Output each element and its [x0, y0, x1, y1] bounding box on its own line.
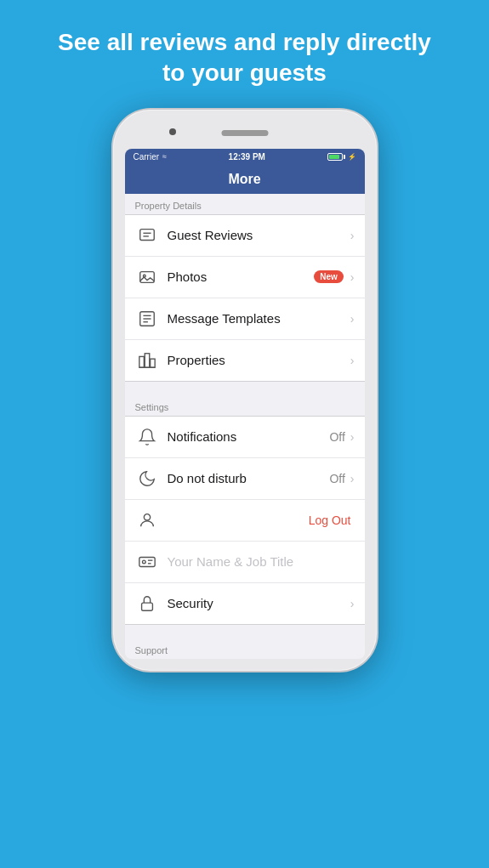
list-item-guest-reviews[interactable]: Guest Reviews › [125, 215, 365, 257]
chevron-icon: › [350, 472, 355, 485]
list-item-message-templates[interactable]: Message Templates › [125, 298, 365, 340]
wifi-icon: ≈ [162, 152, 167, 161]
phone-speaker [221, 130, 268, 136]
person-icon [135, 508, 159, 532]
notifications-value: Off [329, 430, 344, 444]
photos-icon [135, 265, 159, 289]
templates-icon [135, 307, 159, 331]
status-bar-left: Carrier ≈ [134, 152, 168, 162]
app-tagline: See all reviews and reply directly to yo… [0, 0, 489, 110]
nav-bar: More [125, 165, 365, 194]
list-item-notifications[interactable]: Notifications Off › [125, 417, 365, 458]
svg-rect-10 [145, 354, 150, 368]
moon-icon [135, 467, 159, 491]
section-settings: Settings [125, 395, 365, 416]
name-job-label: Your Name & Job Title [168, 554, 355, 569]
chevron-icon: › [350, 354, 355, 367]
logout-value[interactable]: Log Out [309, 513, 351, 527]
section-property-details: Property Details [125, 194, 365, 214]
settings-list: Notifications Off › Do not disturb Off [125, 416, 365, 625]
new-badge: New [314, 270, 344, 283]
reviews-icon [135, 224, 159, 247]
security-label: Security [168, 596, 349, 610]
charging-icon: ⚡ [348, 153, 356, 161]
carrier-label: Carrier [134, 152, 160, 162]
list-item-logout[interactable]: Log Out [125, 500, 365, 542]
phone-camera [169, 128, 176, 135]
list-item-name-job[interactable]: Your Name & Job Title [125, 542, 365, 583]
chevron-icon: › [350, 430, 355, 444]
battery-fill [329, 155, 339, 159]
properties-label: Properties [168, 353, 349, 367]
chevron-icon: › [350, 597, 355, 610]
svg-rect-9 [139, 356, 144, 367]
svg-point-13 [144, 513, 150, 519]
property-details-list: Guest Reviews › Photos [125, 214, 365, 382]
list-item-properties[interactable]: Properties › [125, 340, 365, 381]
svg-rect-11 [150, 359, 155, 367]
photos-label: Photos [168, 269, 315, 284]
section-support: Support [125, 638, 365, 659]
list-item-do-not-disturb[interactable]: Do not disturb Off › [125, 458, 365, 500]
svg-rect-18 [141, 603, 152, 610]
battery-body [327, 153, 343, 161]
svg-rect-14 [139, 557, 154, 566]
svg-point-15 [142, 560, 145, 564]
do-not-disturb-value: Off [329, 472, 344, 485]
id-card-icon [135, 550, 159, 574]
notifications-label: Notifications [168, 429, 330, 444]
phone-top [125, 122, 365, 145]
battery-tip [344, 155, 345, 159]
phone-body: Carrier ≈ 12:39 PM ⚡ [113, 110, 377, 671]
status-bar-time: 12:39 PM [229, 152, 265, 162]
spacer-1 [125, 382, 365, 395]
chevron-icon: › [350, 312, 355, 326]
lock-icon [135, 592, 159, 616]
do-not-disturb-label: Do not disturb [168, 471, 330, 485]
list-item-security[interactable]: Security › [125, 583, 365, 624]
svg-rect-0 [139, 229, 154, 240]
spacer-2 [125, 625, 365, 638]
chevron-icon: › [350, 270, 355, 284]
phone-mockup: Carrier ≈ 12:39 PM ⚡ [0, 110, 489, 671]
message-templates-label: Message Templates [168, 311, 349, 326]
app-background: See all reviews and reply directly to yo… [0, 0, 489, 671]
properties-icon [135, 349, 159, 372]
phone-screen: Carrier ≈ 12:39 PM ⚡ [125, 149, 365, 659]
chevron-icon: › [350, 229, 355, 242]
bell-icon [135, 425, 159, 449]
guest-reviews-label: Guest Reviews [168, 228, 349, 242]
status-bar-right: ⚡ [327, 153, 356, 161]
battery-indicator [327, 153, 345, 161]
list-item-photos[interactable]: Photos New › [125, 257, 365, 298]
status-bar: Carrier ≈ 12:39 PM ⚡ [125, 149, 365, 165]
nav-title: More [228, 172, 260, 186]
